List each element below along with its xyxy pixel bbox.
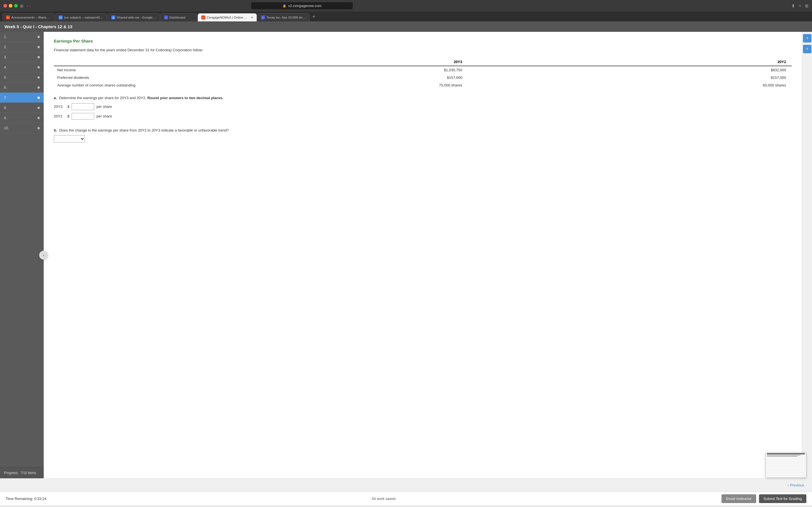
previous-label: Previous [790,483,804,487]
grid-icon[interactable]: ⊞ [805,3,809,8]
question-item-8[interactable]: 8. [0,103,44,113]
question-sidebar: 1. 2. 3. 4. 5. [0,32,44,478]
collapse-sidebar-button[interactable]: ‹ [39,251,48,260]
question-item-4[interactable]: 4. [0,62,44,72]
question-dot [38,117,40,119]
help-button-1[interactable]: ? [803,34,811,43]
new-tab-button[interactable]: + [310,13,318,21]
question-item-5[interactable]: 5. [0,72,44,82]
trend-answer-row: Favorable Unfavorable [54,135,792,143]
help-button-2[interactable]: ? [803,45,811,53]
progress-text: Progress: 7/10 items [4,471,36,475]
status-actions: Email Instructor Submit Test for Grading [721,494,806,503]
table-row-net-income: Net income $1,030,750 $832,000 [54,66,792,74]
table-row-preferred-div: Preferred dividends $157,000 $157,000 [54,74,792,81]
row-20y2: $832,000 [468,66,792,74]
per-share-text-1: per share [96,105,112,109]
col-20y2: 20Y2 [468,58,792,66]
question-list: 1. 2. 3. 4. 5. [0,32,44,467]
tab-dashboard[interactable]: C Dashboard [160,13,197,21]
dashboard-favicon: C [164,15,168,19]
question-item-7[interactable]: 7. [0,93,44,103]
cengage-favicon: C [201,15,205,19]
time-remaining: Time Remaining: 0:33:24 [6,497,47,501]
row-label: Average number of common shares outstand… [54,81,144,89]
back-arrow[interactable]: ‹ [27,3,28,8]
tab-cengage-active[interactable]: C CengageNOWv2 | Online teachi... ✕ [198,13,257,21]
forward-arrow[interactable]: › [29,3,31,8]
part-b-section: b. Does the change in the earnings per s… [54,128,792,143]
year2-answer-input[interactable] [71,113,94,120]
dollar-sign-2: $ [67,114,69,118]
part-b-label: b. [54,128,57,132]
part-a-section: a. Determine the earnings per share for … [54,96,792,122]
year1-answer-input[interactable] [71,103,94,110]
part-a-instruction: a. Determine the earnings per share for … [54,96,792,100]
question-dot [38,46,40,48]
table-row-shares: Average number of common shares outstand… [54,81,792,89]
question-number: 4. [4,65,7,69]
section-title: Earnings Per Share [54,39,792,43]
window-controls [3,4,18,8]
question-number: 3. [4,55,7,59]
question-item-1[interactable]: 1. [0,32,44,42]
question-item-6[interactable]: 6. [0,82,44,93]
minimize-btn[interactable] [9,4,12,8]
email-instructor-button[interactable]: Email Instructor [721,494,756,503]
year2-label: 20Y2 [54,114,65,118]
question-number: 1. [4,35,7,39]
table-header-row: 20Y3 20Y2 [54,58,792,66]
close-btn[interactable] [3,4,7,8]
progress-area: Progress: 7/10 items [0,467,44,478]
question-dot [38,76,40,78]
tab-label: Dashboard [169,16,185,19]
question-dot [38,56,40,58]
tab-gmail[interactable]: M (no subject) – naimam4343@g... [55,13,107,21]
question-description: Financial statement data for the years e… [54,47,792,53]
submit-test-button[interactable]: Submit Test for Grading [759,494,806,503]
content-panel: Earnings Per Share Financial statement d… [44,32,802,478]
part-a-text: Determine the earnings per share for 20Y… [59,96,146,100]
col-20y3: 20Y3 [144,58,468,66]
tab-blackboard[interactable]: B Announcements – Blackboard L... [2,13,54,21]
app-container: Week 5 - Quiz I - Chapters 12 & 13 1. 2.… [0,21,812,492]
question-dot [38,87,40,89]
question-item-10[interactable]: 10. [0,123,44,133]
previous-button[interactable]: ‹ Previous [784,482,808,489]
question-item-9[interactable]: 9. [0,113,44,123]
dollar-sign-1: $ [67,105,69,109]
question-number: 9. [4,116,7,120]
tab-label: CengageNOWv2 | Online teachi... [207,16,248,19]
new-tab-icon[interactable]: ＋ [798,3,802,8]
share-icon[interactable]: ⬆ [792,3,795,8]
tab-google-drive[interactable]: ▲ Shared with me - Google Drive [108,13,160,21]
tab-texas[interactable]: C Texas Inc. has 10,000 shares o... [257,13,310,21]
part-a-label: a. [54,96,57,100]
col-label [54,58,144,66]
question-number: 5. [4,75,7,79]
question-number: 2. [4,45,7,49]
row-20y3: $157,000 [144,74,468,81]
trend-select[interactable]: Favorable Unfavorable [54,135,85,143]
row-label: Net income [54,66,144,74]
part-a-bold: Round your answers to two decimal places… [147,96,223,100]
year1-label: 20Y3 [54,105,65,109]
question-item-2[interactable]: 2. [0,42,44,52]
question-number: 10. [4,126,9,130]
help-sidebar: ? ? [802,32,812,478]
security-icon: 🔒 [283,4,287,8]
chevron-left-icon: ‹ [788,483,789,487]
drive-favicon: ▲ [111,15,115,19]
financial-data-table: 20Y3 20Y2 Net income $1,030,750 $832,000… [54,58,792,89]
tab-label: (no subject) – naimam4343@g... [64,16,103,19]
question-dot [38,107,40,109]
maximize-btn[interactable] [14,4,18,8]
tabs-bar: B Announcements – Blackboard L... M (no … [0,11,812,21]
status-bar: Time Remaining: 0:33:24 All work saved. … [0,492,812,505]
question-item-3[interactable]: 3. [0,52,44,62]
tab-close-icon[interactable]: ✕ [251,16,253,19]
question-dot [38,127,40,129]
sidebar-toggle[interactable]: ⊞ [20,4,23,8]
question-dot [38,66,40,68]
address-bar[interactable]: 🔒 v2.cengagenow.com [251,2,353,9]
